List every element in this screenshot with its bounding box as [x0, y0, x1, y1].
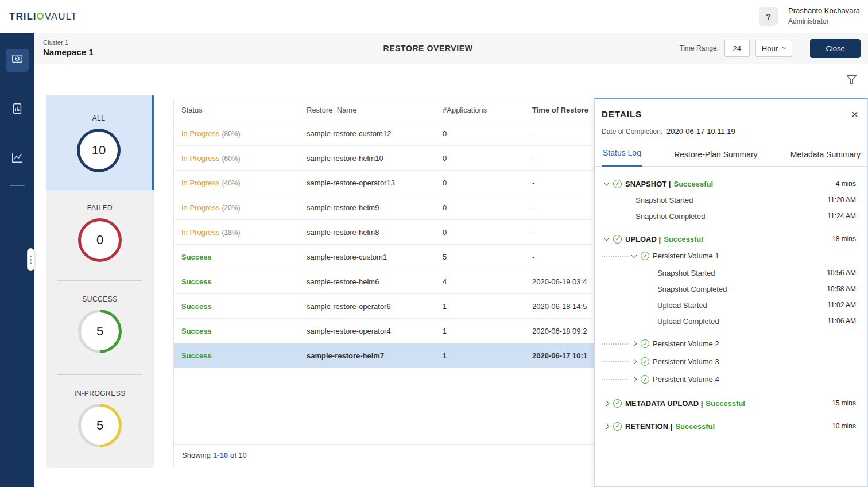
section-duration: 15 mins	[832, 399, 856, 407]
chevron-right-icon[interactable]	[631, 341, 637, 347]
all-count-ring: 10	[77, 129, 121, 172]
cell-restore-name: sample-restore-operator6	[307, 302, 443, 311]
analytics-icon	[11, 152, 24, 167]
summary-card-label: FAILED	[46, 204, 154, 212]
cell-applications: 5	[443, 253, 532, 261]
summary-card-in-progress[interactable]: IN-PROGRESS 5	[46, 374, 154, 468]
namespace-label: Namepace 1	[43, 47, 94, 58]
chevron-right-icon[interactable]	[631, 377, 637, 382]
sidebar-item-analytics[interactable]	[6, 148, 29, 171]
details-tabs: Status Log Restore-Plan Summary Metadata…	[595, 142, 867, 167]
success-count-value: 5	[81, 312, 119, 350]
section-duration: 4 mins	[836, 180, 856, 188]
cell-status: Success	[174, 302, 307, 311]
chevron-down-icon[interactable]	[603, 180, 609, 186]
panel-drag-handle[interactable]	[27, 248, 34, 271]
success-check-icon: ✓	[641, 375, 649, 384]
completion-date-label: Date of Completion:	[602, 127, 662, 136]
cell-applications: 4	[443, 277, 532, 286]
success-check-icon: ✓	[641, 339, 649, 348]
user-menu[interactable]: Prashanto Kochavara Administrator	[788, 6, 860, 26]
success-count-ring: 5	[78, 310, 122, 353]
cell-restore-name: sample-restore-helm9	[307, 203, 443, 212]
log-section-retention[interactable]: ✓ RETENTION | Successful 10 mins	[602, 418, 856, 434]
volume-label: Persistent Volume 2	[653, 339, 719, 348]
log-section-upload[interactable]: ✓ UPLOAD | Successful 18 mins	[602, 231, 856, 247]
summary-card-failed[interactable]: FAILED 0	[46, 190, 154, 280]
in-progress-count-value: 5	[81, 407, 119, 445]
column-header-restore-name[interactable]: Restore_Name	[307, 106, 443, 114]
volume-label: Persistent Volume 1	[653, 252, 719, 260]
tab-metadata-summary[interactable]: Metadata Summary	[789, 144, 862, 167]
time-range-value-input[interactable]	[724, 40, 750, 57]
cell-status: Success	[174, 327, 307, 335]
time-range-unit-select[interactable]: Hour	[755, 40, 792, 57]
summary-card-label: ALL	[46, 114, 152, 122]
section-name: UPLOAD |	[625, 235, 661, 244]
details-title: DETAILS	[602, 109, 642, 119]
user-name: Prashanto Kochavara	[788, 6, 860, 17]
dotted-connector	[602, 343, 628, 345]
summary-card-all[interactable]: ALL 10	[46, 95, 154, 190]
sidebar-item-reports[interactable]	[6, 98, 29, 121]
event-label: Snapshot Completed	[636, 212, 705, 221]
page-subheader: RESTORE OVERVIEW Cluster 1 Namepace 1 Ti…	[34, 33, 868, 64]
subheader-divider	[801, 40, 801, 57]
column-header-applications[interactable]: #Applications	[443, 106, 532, 114]
cell-status: In Progress(40%)	[174, 179, 307, 187]
chevron-right-icon[interactable]	[631, 359, 637, 365]
close-icon[interactable]: ×	[851, 108, 858, 120]
cell-applications: 0	[443, 129, 532, 138]
section-name: SNAPSHOT |	[625, 180, 671, 188]
tab-status-log[interactable]: Status Log	[602, 142, 642, 167]
event-time: 11:20 AM	[827, 196, 856, 204]
log-event: Snapshot Completed 11:24 AM	[602, 208, 856, 224]
cell-status: Success	[174, 253, 307, 261]
filter-button[interactable]	[846, 75, 857, 87]
chevron-down-icon[interactable]	[603, 235, 609, 241]
cell-restore-name: sample-restore-helm6	[307, 277, 443, 286]
cell-status: In Progress(20%)	[174, 203, 307, 212]
log-volume-4[interactable]: ✓ Persistent Volume 4	[602, 370, 856, 388]
log-event: Upload Completed 11:06 AM	[602, 313, 856, 329]
cell-restore-name: sample-restore-custom1	[307, 253, 443, 261]
help-button[interactable]: ?	[759, 7, 778, 26]
question-mark-icon: ?	[766, 11, 771, 21]
success-check-icon: ✓	[641, 252, 649, 260]
log-volume-1[interactable]: ✓ Persistent Volume 1	[602, 247, 856, 265]
close-button[interactable]: Close	[810, 39, 861, 58]
log-event: Snapshot Completed 10:58 AM	[602, 281, 856, 297]
chevron-down-icon[interactable]	[631, 252, 637, 258]
log-event: Upload Started 11:02 AM	[602, 297, 856, 313]
cell-restore-name: sample-restore-operator4	[307, 327, 443, 335]
chevron-right-icon[interactable]	[603, 400, 609, 406]
cell-applications: 1	[443, 351, 532, 360]
cell-applications: 0	[443, 154, 532, 163]
sidebar-item-restore-overview[interactable]	[6, 49, 29, 72]
chevron-right-icon[interactable]	[603, 423, 609, 429]
tab-restore-plan-summary[interactable]: Restore-Plan Summary	[673, 144, 759, 167]
log-volume-3[interactable]: ✓ Persistent Volume 3	[602, 353, 856, 370]
event-label: Upload Started	[657, 301, 707, 310]
log-section-metadata-upload[interactable]: ✓ METADATA UPLOAD | Successful 15 mins	[602, 395, 856, 411]
top-header: TRILIOVAULT ? Prashanto Kochavara Admini…	[0, 0, 868, 33]
failed-count-ring: 0	[78, 218, 122, 262]
summary-card-success[interactable]: SUCCESS 5	[46, 280, 154, 374]
cell-applications: 0	[443, 228, 532, 237]
event-label: Snapshot Completed	[657, 285, 727, 293]
summary-card-label: IN-PROGRESS	[46, 389, 154, 397]
restore-overview-icon	[11, 53, 24, 68]
chevron-down-icon	[782, 45, 786, 49]
log-volume-2[interactable]: ✓ Persistent Volume 2	[602, 335, 856, 353]
section-duration: 18 mins	[832, 235, 856, 243]
cell-applications: 1	[443, 302, 532, 311]
log-section-snapshot[interactable]: ✓ SNAPSHOT | Successful 4 mins	[602, 176, 856, 192]
cell-restore-name: sample-restore-helm8	[307, 228, 443, 237]
page-range-link[interactable]: 1-10	[213, 451, 228, 459]
status-summary-panel: ALL 10 FAILED 0 SUCCESS 5 IN-PROGRESS 5	[46, 95, 154, 468]
column-header-status[interactable]: Status	[174, 106, 307, 114]
volume-label: Persistent Volume 4	[653, 375, 719, 384]
cell-status: In Progress(80%)	[174, 129, 307, 138]
time-range-unit-value: Hour	[762, 44, 778, 53]
cell-applications: 1	[443, 327, 532, 335]
